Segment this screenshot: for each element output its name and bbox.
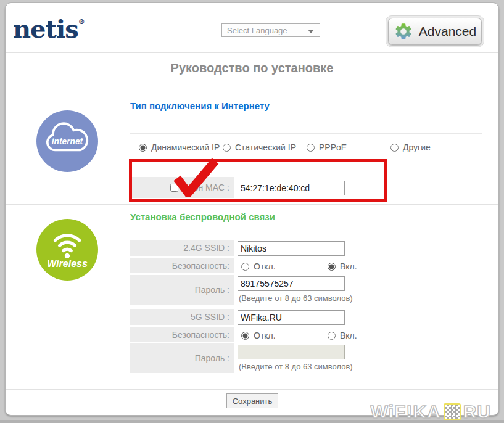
cloud-icon: internet <box>43 120 91 156</box>
connection-type-option-dynamic[interactable]: Динамический IP <box>139 142 220 152</box>
advanced-button-frame: Advanced <box>386 15 484 47</box>
internet-section-heading: Тип подключения к Интернету <box>130 101 270 111</box>
password-24g-input[interactable] <box>238 276 345 291</box>
ssid-24g-label: 2.4G SSID : <box>130 240 234 256</box>
annotation-checkmark <box>171 157 221 197</box>
other-label: Другие <box>403 142 431 152</box>
chevron-down-icon <box>308 30 314 33</box>
ssid-5g-label: 5G SSID : <box>130 309 234 325</box>
gear-icon <box>394 22 413 41</box>
wifi-icon <box>46 224 88 258</box>
netis-logo: netis® <box>13 17 85 41</box>
password-5g-hint: (Введите от 8 до 63 символов) <box>239 362 353 371</box>
security-5g-on-label: Вкл. <box>340 331 357 340</box>
main-panel: netis® Select Language Advanced Руководс… <box>5 2 499 416</box>
watermark-suffix: RU <box>463 401 491 422</box>
language-select[interactable]: Select Language <box>221 23 320 37</box>
header-divider <box>6 52 498 53</box>
security-5g-off-option[interactable]: Откл. <box>241 331 276 340</box>
qr-code-icon <box>444 403 461 421</box>
ssid-5g-input[interactable] <box>238 310 345 325</box>
security-24g-off-label: Откл. <box>254 261 276 271</box>
security-5g-label: Безопасность: <box>130 327 234 342</box>
password-5g-input <box>238 345 345 359</box>
ssid-24g-input[interactable] <box>238 241 345 256</box>
security-5g-off-label: Откл. <box>254 331 276 340</box>
registered-mark: ® <box>78 18 85 26</box>
advanced-button[interactable]: Advanced <box>388 18 482 45</box>
section-divider <box>6 204 498 205</box>
static-ip-label: Статический IP <box>235 142 296 152</box>
page-title: Руководство по установке <box>6 61 498 75</box>
wireless-icon: Wireless <box>36 219 98 281</box>
annotation-highlight-box <box>129 159 387 202</box>
save-button[interactable]: Сохранить <box>226 393 278 408</box>
bottom-edge <box>0 420 504 423</box>
watermark-text: WiF!KA <box>371 401 441 422</box>
pppoe-radio[interactable] <box>307 144 315 152</box>
security-5g-on-option[interactable]: Вкл. <box>328 331 357 340</box>
wireless-section-heading: Установка беспроводной связи <box>130 212 275 222</box>
footer-divider <box>6 389 498 390</box>
internet-icon: internet <box>36 110 98 172</box>
password-24g-label: Пароль : <box>130 275 234 305</box>
security-24g-on-option[interactable]: Вкл. <box>328 261 357 271</box>
connection-type-option-pppoe[interactable]: PPPoE <box>307 142 347 152</box>
title-divider <box>6 88 498 88</box>
advanced-button-label: Advanced <box>419 24 476 39</box>
pppoe-label: PPPoE <box>319 142 347 152</box>
language-select-value: Select Language <box>227 26 287 35</box>
other-radio[interactable] <box>390 144 399 152</box>
static-ip-radio[interactable] <box>223 144 231 152</box>
security-24g-label: Безопасность: <box>130 258 234 273</box>
connection-type-option-other[interactable]: Другие <box>390 142 431 152</box>
security-24g-off-option[interactable]: Откл. <box>241 261 276 271</box>
wireless-icon-label: Wireless <box>47 258 88 269</box>
dynamic-ip-radio[interactable] <box>139 144 147 152</box>
netis-logo-text: netis <box>13 14 78 43</box>
radio-row-divider-top <box>130 133 482 134</box>
password-5g-label: Пароль : <box>130 343 234 373</box>
security-24g-on-label: Вкл. <box>340 261 357 271</box>
watermark: WiF!KA RU <box>371 401 491 422</box>
security-24g-on-radio[interactable] <box>328 263 336 271</box>
security-5g-off-radio[interactable] <box>241 332 249 340</box>
dynamic-ip-label: Динамический IP <box>151 142 220 152</box>
password-24g-hint: (Введите от 8 до 63 символов) <box>239 294 353 303</box>
connection-type-option-static[interactable]: Статический IP <box>223 142 296 152</box>
internet-icon-label: internet <box>52 137 84 146</box>
security-5g-on-radio[interactable] <box>328 332 336 340</box>
security-24g-off-radio[interactable] <box>241 263 249 271</box>
